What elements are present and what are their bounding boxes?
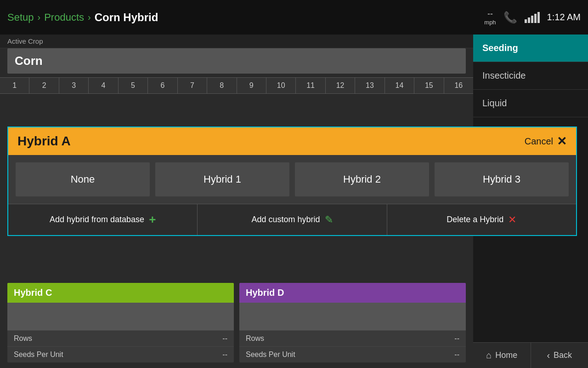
edit-icon: ✎ bbox=[325, 214, 333, 226]
row-num-16[interactable]: 16 bbox=[444, 78, 473, 93]
hybrid-option-hybrid-1[interactable]: Hybrid 1 bbox=[155, 162, 289, 196]
modal-action-plus[interactable]: Add hybrid from database+ bbox=[8, 204, 198, 235]
row-num-2[interactable]: 2 bbox=[29, 78, 59, 93]
card-rows-row: Rows -- bbox=[239, 330, 466, 346]
speed-display: -- mph bbox=[484, 9, 496, 26]
rows-label: Rows bbox=[246, 334, 264, 343]
top-bar: Setup › Products › Corn Hybrid -- mph 📞 … bbox=[0, 0, 588, 34]
row-numbers-bar: 12345678910111213141516 bbox=[0, 77, 473, 94]
row-num-8[interactable]: 8 bbox=[207, 78, 237, 93]
seeds-label: Seeds Per Unit bbox=[246, 351, 295, 359]
breadcrumb-products[interactable]: Products bbox=[44, 12, 84, 23]
row-num-14[interactable]: 14 bbox=[385, 78, 414, 93]
breadcrumb-arrow-2: › bbox=[88, 12, 91, 23]
breadcrumb-setup[interactable]: Setup bbox=[7, 12, 34, 23]
speed-value: -- bbox=[487, 9, 493, 19]
home-icon: ⌂ bbox=[486, 350, 492, 361]
row-num-4[interactable]: 4 bbox=[89, 78, 118, 93]
sidebar-item-insecticide[interactable]: Insecticide bbox=[473, 62, 588, 90]
row-num-3[interactable]: 3 bbox=[59, 78, 89, 93]
modal-options: NoneHybrid 1Hybrid 2Hybrid 3 bbox=[8, 155, 576, 204]
sidebar-item-liquid[interactable]: Liquid bbox=[473, 90, 588, 117]
breadcrumb-arrow-1: › bbox=[38, 12, 41, 23]
modal-header: Hybrid A Cancel ✕ bbox=[8, 127, 576, 155]
breadcrumb: Setup › Products › Corn Hybrid bbox=[7, 11, 158, 24]
hybrid-card-hybrid-c[interactable]: Hybrid C Rows -- Seeds Per Unit -- bbox=[7, 283, 234, 362]
phone-icon: 📞 bbox=[503, 11, 517, 24]
row-num-7[interactable]: 7 bbox=[178, 78, 207, 93]
cancel-button[interactable]: Cancel ✕ bbox=[525, 134, 567, 149]
home-button[interactable]: ⌂ Home bbox=[473, 343, 531, 368]
card-seeds-row: Seeds Per Unit -- bbox=[239, 346, 466, 362]
cancel-x-icon: ✕ bbox=[557, 134, 567, 149]
card-body bbox=[7, 303, 234, 330]
action-label-plus: Add hybrid from database bbox=[50, 215, 144, 224]
seeds-value: -- bbox=[222, 351, 227, 359]
action-label-edit: Add custom hybrid bbox=[251, 215, 320, 224]
seeds-value: -- bbox=[454, 351, 459, 359]
home-label: Home bbox=[495, 351, 517, 360]
hybrid-card-hybrid-d[interactable]: Hybrid D Rows -- Seeds Per Unit -- bbox=[239, 283, 466, 362]
row-num-6[interactable]: 6 bbox=[148, 78, 177, 93]
row-num-11[interactable]: 11 bbox=[296, 78, 325, 93]
rows-value: -- bbox=[222, 334, 227, 343]
card-header: Hybrid C bbox=[7, 283, 234, 303]
row-num-12[interactable]: 12 bbox=[326, 78, 355, 93]
rows-value: -- bbox=[454, 334, 459, 343]
card-seeds-row: Seeds Per Unit -- bbox=[7, 346, 234, 362]
time-display: 1:12 AM bbox=[547, 12, 581, 23]
row-num-15[interactable]: 15 bbox=[414, 78, 444, 93]
hybrid-option-none[interactable]: None bbox=[16, 162, 150, 196]
rows-label: Rows bbox=[14, 334, 32, 343]
bottom-cards: Hybrid C Rows -- Seeds Per Unit -- Hybri… bbox=[7, 283, 466, 362]
speed-unit: mph bbox=[484, 19, 496, 26]
bottom-nav: ⌂ Home ‹ Back bbox=[473, 342, 588, 368]
active-crop-label: Active Crop bbox=[0, 34, 473, 48]
row-num-5[interactable]: 5 bbox=[119, 78, 148, 93]
active-crop-value: Corn bbox=[7, 48, 466, 74]
row-num-10[interactable]: 10 bbox=[266, 78, 296, 93]
modal-action-edit[interactable]: Add custom hybrid✎ bbox=[198, 204, 387, 235]
hybrid-option-hybrid-3[interactable]: Hybrid 3 bbox=[435, 162, 569, 196]
action-label-delete: Delete a Hybrid bbox=[447, 215, 503, 224]
row-num-9[interactable]: 9 bbox=[237, 78, 266, 93]
card-header: Hybrid D bbox=[239, 283, 466, 303]
cancel-label: Cancel bbox=[525, 136, 553, 147]
card-body bbox=[239, 303, 466, 330]
top-bar-right: -- mph 📞 1:12 AM bbox=[484, 0, 581, 34]
back-button[interactable]: ‹ Back bbox=[531, 343, 588, 368]
hybrid-option-hybrid-2[interactable]: Hybrid 2 bbox=[295, 162, 429, 196]
modal-action-delete[interactable]: Delete a Hybrid✕ bbox=[387, 204, 576, 235]
row-num-13[interactable]: 13 bbox=[355, 78, 384, 93]
delete-icon: ✕ bbox=[508, 214, 516, 226]
modal-title: Hybrid A bbox=[17, 134, 71, 149]
back-label: Back bbox=[554, 351, 572, 360]
card-rows-row: Rows -- bbox=[7, 330, 234, 346]
modal-overlay: Hybrid A Cancel ✕ NoneHybrid 1Hybrid 2Hy… bbox=[7, 126, 577, 236]
seeds-label: Seeds Per Unit bbox=[14, 351, 63, 359]
plus-icon: + bbox=[149, 213, 156, 227]
back-icon: ‹ bbox=[547, 350, 550, 361]
sidebar-item-seeding[interactable]: Seeding bbox=[473, 34, 588, 62]
row-num-1[interactable]: 1 bbox=[0, 78, 29, 93]
breadcrumb-current: Corn Hybrid bbox=[95, 11, 158, 24]
signal-icon bbox=[525, 12, 540, 23]
modal-actions: Add hybrid from database+Add custom hybr… bbox=[8, 204, 576, 235]
